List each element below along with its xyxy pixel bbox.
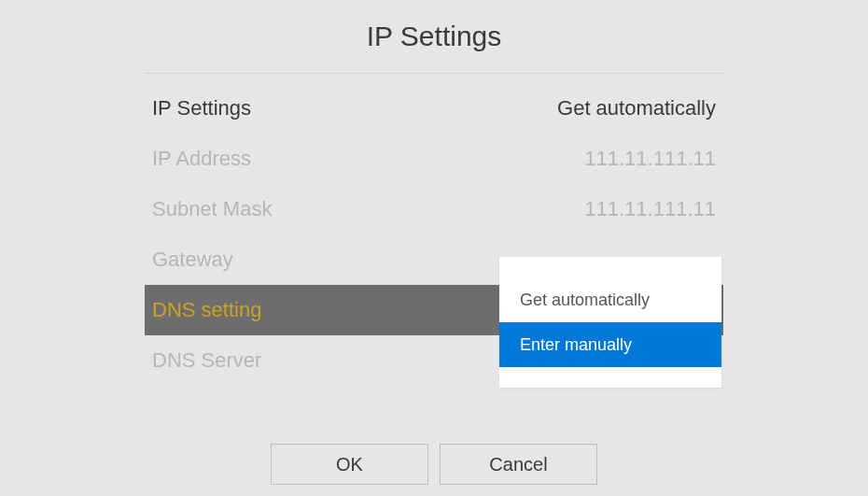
- button-bar: OK Cancel: [271, 444, 597, 485]
- setting-value: 111.11.111.11: [584, 197, 716, 221]
- setting-label: Subnet Mask: [152, 197, 272, 221]
- setting-row-subnet-mask: Subnet Mask 111.11.111.11: [145, 184, 723, 234]
- dropdown-option-enter-manually[interactable]: Enter manually: [499, 322, 721, 367]
- ok-button[interactable]: OK: [271, 444, 428, 485]
- dns-setting-dropdown: Get automatically Enter manually: [499, 257, 721, 388]
- setting-value: 111.11.111.11: [584, 147, 716, 171]
- setting-label: IP Address: [152, 147, 251, 171]
- setting-label: DNS Server: [152, 348, 261, 373]
- setting-label: DNS setting: [152, 298, 261, 322]
- setting-value: Get automatically: [557, 96, 716, 120]
- cancel-button[interactable]: Cancel: [440, 444, 597, 485]
- page-title: IP Settings: [0, 0, 868, 73]
- dropdown-option-get-automatically[interactable]: Get automatically: [499, 277, 721, 322]
- setting-row-ip-address: IP Address 111.11.111.11: [145, 134, 723, 184]
- setting-row-ip-settings[interactable]: IP Settings Get automatically: [145, 83, 723, 134]
- setting-label: Gateway: [152, 248, 233, 272]
- setting-label: IP Settings: [152, 96, 251, 120]
